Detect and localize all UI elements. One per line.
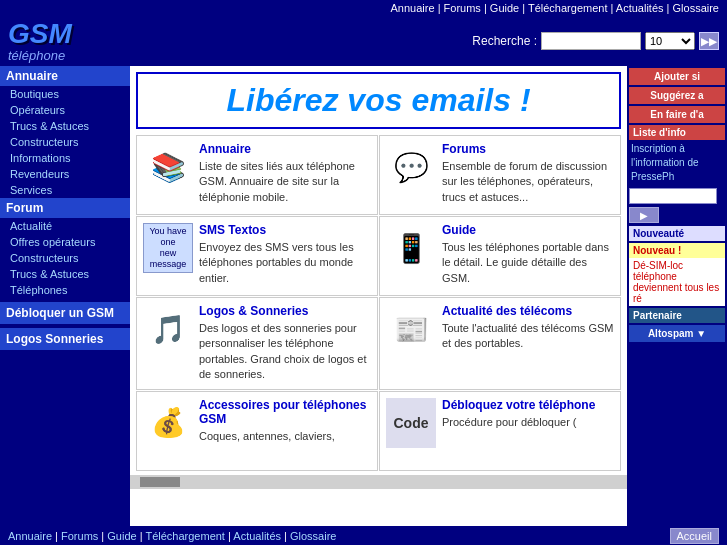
logos-content: Logos & Sonneries Des logos et des sonne… [199,304,371,383]
top-nav-guide[interactable]: Guide [490,2,519,14]
scrollbar-thumb[interactable] [140,477,180,487]
nouveau-title: Nouveauté [629,226,725,241]
logo-telephone: téléphone [8,48,65,63]
content-grid: 📚 Annuaire Liste de sites liés aux télép… [136,135,621,471]
liste-input[interactable] [629,188,717,204]
grid-cell-accessoires: 💰 Accessoires pour téléphones GSM Coques… [136,391,378,471]
enfaire-button[interactable]: En faire d'a [629,106,725,123]
sidebar-section-annuaire: Annuaire [0,66,130,86]
annuaire-desc: Liste de sites liés aux téléphone GSM. A… [199,160,355,203]
accueil-button[interactable]: Accueil [670,528,719,544]
footer-links: Annuaire | Forums | Guide | Téléchargeme… [8,530,336,542]
logos-desc: Des logos et des sonneries pour personna… [199,322,367,380]
banner-text: Libérez vos emails ! [226,82,530,118]
footer-nav: Annuaire | Forums | Guide | Téléchargeme… [0,526,727,545]
sidebar-debloquer-gsm[interactable]: Débloquer un GSM [0,302,130,324]
annuaire-link[interactable]: Annuaire [199,142,371,156]
accessoires-desc: Coques, antennes, claviers, [199,430,335,442]
sidebar-item-trucs-astuces-forum[interactable]: Trucs & Astuces [0,266,130,282]
news-icon: 📰 [386,304,436,354]
grid-cell-annuaire: 📚 Annuaire Liste de sites liés aux télép… [136,135,378,215]
shop-icon: 💰 [143,398,193,448]
top-nav-forums[interactable]: Forums [444,2,481,14]
search-label: Recherche : [472,34,537,48]
sidebar-item-informations[interactable]: Informations [0,150,130,166]
sms-desc: Envoyez des SMS vers tous les téléphones… [199,241,354,284]
forums-desc: Ensemble de forum de discussion sur les … [442,160,607,203]
footer-actualites[interactable]: Actualités [233,530,281,542]
banner: Libérez vos emails ! [136,72,621,129]
num-select[interactable]: 10 20 30 [645,32,695,50]
book-icon: 📚 [143,142,193,192]
footer-annuaire[interactable]: Annuaire [8,530,52,542]
annuaire-content: Annuaire Liste de sites liés aux télépho… [199,142,371,205]
sms-icon: You have onenew message [143,223,193,273]
guide-content: Guide Tous les téléphones portable dans … [442,223,614,286]
sidebar-item-revendeurs[interactable]: Revendeurs [0,166,130,182]
accessoires-content: Accessoires pour téléphones GSM Coques, … [199,398,371,444]
top-nav: Annuaire | Forums | Guide | Téléchargeme… [0,0,727,16]
top-nav-annuaire[interactable]: Annuaire [391,2,435,14]
footer-guide[interactable]: Guide [107,530,136,542]
top-nav-links: Annuaire | Forums | Guide | Téléchargeme… [391,2,719,14]
grid-cell-actualite: 📰 Actualité des télécoms Toute l'actuali… [379,297,621,390]
right-sidebar: Ajouter si Suggérez a En faire d'a Liste… [627,66,727,526]
partenaire-name[interactable]: Altospam ▼ [629,325,725,342]
sidebar-item-trucs-astuces[interactable]: Trucs & Astuces [0,118,130,134]
top-nav-telechargement[interactable]: Téléchargement [528,2,608,14]
sidebar-item-boutiques[interactable]: Boutiques [0,86,130,102]
top-nav-actualites[interactable]: Actualités [616,2,664,14]
sidebar-section-forum: Forum [0,198,130,218]
debloquer-link[interactable]: Débloquez votre téléphone [442,398,614,412]
nouveau-label: Nouveau ! [629,243,725,258]
sms-link[interactable]: SMS Textos [199,223,371,237]
sidebar-logos-sonneries[interactable]: Logos Sonneries [0,328,130,350]
grid-cell-guide: 📱 Guide Tous les téléphones portable dan… [379,216,621,296]
footer-forums[interactable]: Forums [61,530,98,542]
accessoires-link[interactable]: Accessoires pour téléphones GSM [199,398,371,426]
sidebar-item-offres-operateurs[interactable]: Offres opérateurs [0,234,130,250]
grid-cell-logos: 🎵 Logos & Sonneries Des logos et des son… [136,297,378,390]
nouveau-text: Dé-SIM-loc téléphone deviennent tous les… [629,258,725,306]
suggerer-button[interactable]: Suggérez a [629,87,725,104]
footer-telechargement[interactable]: Téléchargement [145,530,225,542]
search-area: Recherche : 10 20 30 ▶▶ [472,32,719,50]
sidebar-item-constructeurs[interactable]: Constructeurs [0,134,130,150]
liste-go-button[interactable]: ▶ [629,207,659,223]
left-sidebar: Annuaire Boutiques Opérateurs Trucs & As… [0,66,130,526]
grid-cell-sms: You have onenew message SMS Textos Envoy… [136,216,378,296]
sidebar-item-actualite[interactable]: Actualité [0,218,130,234]
header: GSM téléphone Recherche : 10 20 30 ▶▶ [0,16,727,66]
search-go-button[interactable]: ▶▶ [699,32,719,50]
chat-icon: 💬 [386,142,436,192]
logos-link[interactable]: Logos & Sonneries [199,304,371,318]
guide-link[interactable]: Guide [442,223,614,237]
forums-link[interactable]: Forums [442,142,614,156]
actualite-desc: Toute l'actualité des télécoms GSM et de… [442,322,613,349]
sidebar-item-constructeurs-forum[interactable]: Constructeurs [0,250,130,266]
debloquer-desc: Procédure pour débloquer ( [442,416,577,428]
partenaire-title: Partenaire [629,308,725,323]
debloquer-content: Débloquez votre téléphone Procédure pour… [442,398,614,430]
ajouter-button[interactable]: Ajouter si [629,68,725,85]
sidebar-item-services[interactable]: Services [0,182,130,198]
sms-content: SMS Textos Envoyez des SMS vers tous les… [199,223,371,286]
search-input[interactable] [541,32,641,50]
actualite-link[interactable]: Actualité des télécoms [442,304,614,318]
guide-desc: Tous les téléphones portable dans le dét… [442,241,609,284]
logo: GSM téléphone [8,20,72,63]
main-layout: Annuaire Boutiques Opérateurs Trucs & As… [0,66,727,526]
actualite-content: Actualité des télécoms Toute l'actualité… [442,304,614,352]
sidebar-item-operateurs[interactable]: Opérateurs [0,102,130,118]
liste-title: Liste d'info [629,125,725,140]
liste-text: Inscription à l'information de PressePh [627,140,727,186]
top-nav-glossaire[interactable]: Glossaire [673,2,719,14]
phone-icon: 📱 [386,223,436,273]
center-content: Libérez vos emails ! 📚 Annuaire Liste de… [130,66,627,526]
grid-cell-debloquer: Code Débloquez votre téléphone Procédure… [379,391,621,471]
code-icon: Code [386,398,436,448]
sidebar-item-telephones[interactable]: Téléphones [0,282,130,298]
footer-glossaire[interactable]: Glossaire [290,530,336,542]
forums-content: Forums Ensemble de forum de discussion s… [442,142,614,205]
horizontal-scrollbar[interactable] [130,475,627,489]
